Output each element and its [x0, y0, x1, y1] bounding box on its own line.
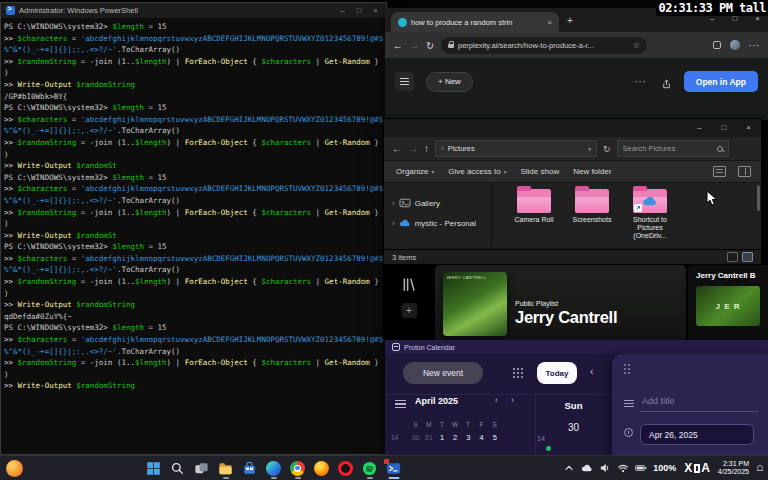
- chevron-up-icon[interactable]: [563, 462, 575, 474]
- address-dropdown-icon[interactable]: ▾: [588, 146, 591, 152]
- address-bar[interactable]: perplexity.ai/search/how-to-produce-a-r.…: [441, 37, 647, 54]
- taskbar-clock[interactable]: 2:31 PM 4/25/2025: [718, 460, 749, 477]
- up-icon[interactable]: ↑: [424, 143, 429, 154]
- search-button[interactable]: [170, 456, 185, 480]
- refresh-icon[interactable]: ↻: [603, 144, 611, 154]
- expand-chevron-icon[interactable]: ›: [392, 199, 395, 208]
- close-button[interactable]: ×: [373, 6, 378, 15]
- calendar-titlebar[interactable]: Proton Calendar: [385, 340, 768, 354]
- refresh-icon[interactable]: ↻: [426, 40, 434, 51]
- sidebar-toggle-icon[interactable]: [395, 400, 406, 410]
- minimize-button[interactable]: –: [340, 6, 344, 15]
- maximize-button[interactable]: □: [356, 6, 361, 15]
- forward-icon[interactable]: →: [410, 40, 420, 51]
- file-explorer-button[interactable]: [218, 456, 233, 480]
- back-icon[interactable]: ←: [392, 143, 402, 154]
- browser-menu-icon[interactable]: ···: [749, 41, 760, 50]
- mini-cal-date[interactable]: 2: [449, 433, 462, 442]
- task-view-button[interactable]: [194, 456, 209, 480]
- mini-cal-date[interactable]: 1: [435, 433, 448, 442]
- today-button[interactable]: Today: [537, 362, 577, 384]
- share-icon[interactable]: [661, 76, 672, 87]
- mini-cal-date[interactable]: 31: [422, 433, 435, 442]
- album-art[interactable]: J E R: [696, 286, 760, 326]
- tab-close-icon[interactable]: ×: [547, 18, 552, 27]
- event-date-input[interactable]: Apr 26, 2025: [640, 424, 754, 445]
- profile-avatar[interactable]: [730, 40, 740, 50]
- file-item[interactable]: Camera Roll: [508, 189, 560, 224]
- prev-month-icon[interactable]: ‹: [495, 396, 498, 405]
- preview-pane-icon[interactable]: [738, 166, 751, 177]
- app-grid-icon[interactable]: [513, 368, 515, 370]
- drag-handle-icon[interactable]: [624, 364, 626, 366]
- breadcrumb-location[interactable]: Pictures: [448, 144, 475, 153]
- toolbar-button[interactable]: Organize▾: [396, 167, 434, 176]
- spotify-window: + JERRY CANTRELL Public Playlist Jerry C…: [383, 265, 768, 340]
- event-title-input[interactable]: Add title: [642, 396, 675, 406]
- details-view-icon[interactable]: [727, 252, 738, 262]
- forward-icon[interactable]: →: [408, 143, 418, 154]
- file-item[interactable]: Shortcut to Pictures (OneDriv...: [624, 189, 676, 240]
- console-line: >> $randomString = -join (1..$length) | …: [4, 56, 386, 68]
- mini-cal-date[interactable]: 30: [409, 433, 422, 442]
- prev-day-icon[interactable]: ‹: [590, 367, 593, 377]
- onedrive-icon[interactable]: [581, 462, 593, 474]
- new-event-button[interactable]: New event: [403, 362, 483, 384]
- mini-cal-date[interactable]: 5: [488, 433, 501, 442]
- network-icon[interactable]: [617, 462, 629, 474]
- recording-timestamp-overlay: 02:31:33 PM tall: [656, 0, 768, 16]
- event-dot[interactable]: [546, 446, 551, 451]
- toolbar-button[interactable]: Slide show: [520, 167, 559, 176]
- scrollbar[interactable]: [757, 185, 760, 211]
- expand-chevron-icon[interactable]: ›: [392, 219, 395, 228]
- mini-cal-date[interactable]: 4: [475, 433, 488, 442]
- search-box[interactable]: Search Pictures: [617, 140, 729, 157]
- extensions-icon[interactable]: [713, 41, 721, 49]
- chrome-button[interactable]: [290, 456, 305, 480]
- toolbar-button[interactable]: Give access to▾: [448, 167, 506, 176]
- notification-bell-icon[interactable]: [755, 463, 765, 473]
- battery-icon[interactable]: [635, 462, 647, 474]
- maximize-button[interactable]: □: [721, 123, 726, 132]
- spotify-button[interactable]: [362, 456, 377, 480]
- favorite-star-icon[interactable]: ☆: [633, 41, 640, 50]
- powershell-button[interactable]: [386, 456, 401, 480]
- new-tab-button[interactable]: +: [567, 15, 573, 26]
- next-month-icon[interactable]: ›: [511, 396, 514, 405]
- powershell-titlebar[interactable]: Administrator: Windows PowerShell – □ ×: [1, 3, 386, 18]
- new-thread-button[interactable]: + New: [426, 72, 473, 92]
- browser-tab[interactable]: how to produce a random strin ×: [391, 12, 559, 32]
- back-icon[interactable]: ←: [393, 40, 403, 51]
- thumbnail-view-icon[interactable]: [742, 252, 753, 262]
- sidebar-item-gallery[interactable]: › Gallery: [384, 193, 491, 213]
- menu-hamburger-icon[interactable]: [395, 72, 414, 91]
- more-options-icon[interactable]: ···: [635, 77, 647, 87]
- panel-title[interactable]: Jerry Cantrell B: [696, 271, 762, 280]
- start-button[interactable]: [146, 456, 161, 480]
- window-controls: – □ ×: [697, 123, 751, 132]
- store-button[interactable]: [242, 456, 257, 480]
- widgets-weather-icon[interactable]: [6, 460, 23, 477]
- playlist-cover-art[interactable]: JERRY CANTRELL: [443, 272, 507, 336]
- your-library-icon[interactable]: [402, 277, 417, 292]
- minimize-button[interactable]: –: [697, 123, 701, 132]
- firefox-button[interactable]: [314, 456, 329, 480]
- open-in-app-button[interactable]: Open in App: [684, 71, 758, 92]
- opera-button[interactable]: [338, 456, 353, 480]
- toolbar-button[interactable]: New folder: [573, 167, 611, 176]
- day-header: S: [409, 421, 422, 428]
- change-view-icon[interactable]: [713, 166, 726, 177]
- edge-button[interactable]: [266, 456, 281, 480]
- console-line: >> $randomString = -join (1..$length) | …: [4, 357, 386, 369]
- mini-cal-date[interactable]: 3: [462, 433, 475, 442]
- create-playlist-button[interactable]: +: [402, 303, 417, 318]
- explorer-titlebar[interactable]: – □ ×: [384, 119, 761, 137]
- volume-icon[interactable]: [599, 462, 611, 474]
- sidebar-item-onedrive[interactable]: › mystic - Personal: [384, 213, 491, 233]
- file-item[interactable]: Screenshots: [566, 189, 618, 224]
- console-line: >> $randomString = -join (1..$length) | …: [4, 276, 386, 288]
- breadcrumb[interactable]: › Pictures ▾: [435, 140, 597, 157]
- close-button[interactable]: ×: [746, 123, 751, 132]
- day-column-date[interactable]: 30: [535, 422, 612, 433]
- powershell-console[interactable]: PS C:\WINDOWS\system32> $length = 15>> $…: [1, 18, 386, 454]
